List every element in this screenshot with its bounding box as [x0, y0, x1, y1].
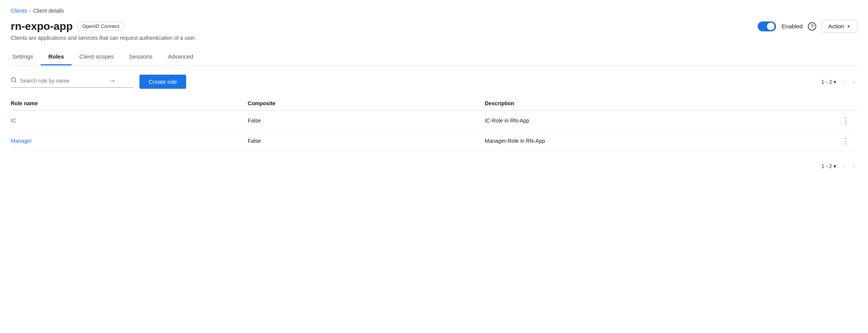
description-cell-0: IC-Role in RN-App [485, 111, 824, 131]
breadcrumb-separator: › [29, 8, 31, 13]
bottom-prev-page-button[interactable]: ‹ [840, 162, 847, 170]
breadcrumb-parent[interactable]: Clients [11, 8, 27, 14]
header-left: rn-expo-app OpenID Connect [11, 20, 124, 33]
tab-client-scopes[interactable]: Client scopes [72, 49, 121, 65]
action-chevron-icon: ▼ [847, 24, 851, 29]
enabled-label: Enabled [781, 23, 802, 29]
search-icon [11, 77, 17, 85]
col-header-description: Description [485, 96, 824, 111]
roles-table: Role name Composite Description IC False… [11, 96, 857, 151]
bottom-pagination: 1 - 2 ▾ ‹ › [11, 162, 857, 170]
page-dropdown-icon[interactable]: ▾ [834, 79, 836, 85]
bottom-page-dropdown-icon[interactable]: ▾ [834, 163, 836, 169]
search-input[interactable] [20, 78, 104, 84]
page-subtitle: Clients are applications and services th… [11, 35, 857, 41]
search-group: → [11, 76, 133, 88]
openid-connect-badge: OpenID Connect [77, 22, 124, 31]
col-header-action [824, 96, 857, 111]
role-name-cell: Manager [11, 131, 248, 151]
tab-advanced[interactable]: Advanced [160, 49, 201, 65]
table-row: IC False IC-Role in RN-App ⋮ [11, 111, 857, 131]
next-page-button[interactable]: › [851, 78, 857, 86]
table-row: Manager False Manager-Role in RN-App ⋮ [11, 131, 857, 151]
tab-settings[interactable]: Settings [11, 49, 41, 65]
prev-page-button[interactable]: ‹ [840, 78, 847, 86]
role-link-manager[interactable]: Manager [11, 138, 32, 144]
table-header-row: Role name Composite Description [11, 96, 857, 111]
enabled-toggle[interactable] [758, 21, 776, 31]
create-role-button[interactable]: Create role [139, 75, 186, 89]
page-header: rn-expo-app OpenID Connect Enabled ? Act… [11, 20, 857, 33]
action-button[interactable]: Action ▼ [822, 20, 857, 33]
col-header-role-name: Role name [11, 96, 248, 111]
row-action-cell-1: ⋮ [824, 131, 857, 151]
toolbar: → Create role 1 - 2 ▾ ‹ › [11, 75, 857, 89]
top-pagination: 1 - 2 ▾ ‹ › [821, 78, 857, 86]
role-name-cell: IC [11, 111, 248, 131]
search-submit-button[interactable]: → [107, 76, 117, 86]
toggle-thumb [767, 23, 775, 30]
composite-cell-1: False [248, 131, 485, 151]
tab-sessions[interactable]: Sessions [121, 49, 160, 65]
action-label: Action [828, 23, 844, 29]
tabs-bar: Settings Roles Client scopes Sessions Ad… [11, 49, 857, 65]
header-right: Enabled ? Action ▼ [758, 20, 857, 33]
help-icon[interactable]: ? [808, 22, 816, 31]
row-action-cell-0: ⋮ [824, 111, 857, 131]
breadcrumb-current: Client details [33, 8, 64, 14]
col-header-composite: Composite [248, 96, 485, 111]
tab-roles[interactable]: Roles [41, 49, 72, 65]
kebab-menu-button-0[interactable]: ⋮ [839, 116, 853, 125]
role-link-ic[interactable]: IC [11, 118, 16, 124]
svg-line-1 [15, 81, 16, 82]
kebab-menu-button-1[interactable]: ⋮ [839, 136, 853, 145]
bottom-next-page-button[interactable]: › [851, 162, 857, 170]
app-title: rn-expo-app [11, 20, 73, 33]
page-count-label: 1 - 2 ▾ [821, 79, 836, 85]
breadcrumb: Clients › Client details [11, 8, 857, 14]
description-cell-1: Manager-Role in RN-App [485, 131, 824, 151]
composite-cell-0: False [248, 111, 485, 131]
bottom-page-count-label: 1 - 2 ▾ [821, 163, 836, 169]
